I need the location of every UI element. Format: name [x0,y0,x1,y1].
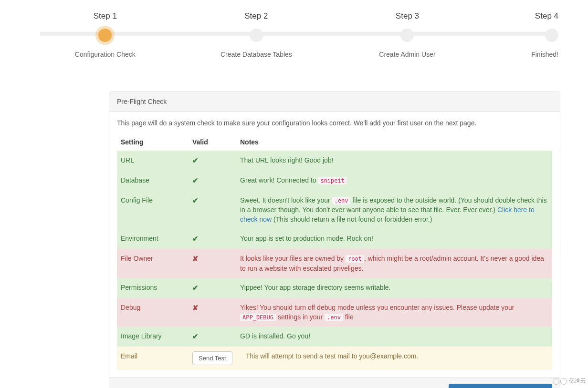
cell-valid: Send Test [189,347,236,370]
step-circle-icon [98,29,112,42]
preflight-table: Setting Valid Notes URL ✔ That URL looks… [117,133,552,370]
intro-text: This page will do a system check to make… [117,119,552,127]
check-icon: ✔ [192,332,199,340]
setup-stepper: Step 1 Configuration Check Step 2 Create… [0,0,588,72]
cell-notes: GD is installed. Go you! [236,327,552,347]
col-notes-header: Notes [236,133,552,151]
cross-icon: ✘ [192,255,199,263]
row-file-owner: File Owner ✘ It looks like your files ar… [117,249,552,278]
cell-valid: ✔ [189,229,236,249]
step-label-top: Step 4 [535,11,558,21]
cell-setting: Environment [117,229,189,249]
check-icon: ✔ [192,176,199,184]
step-2: Step 2 Create Database Tables [181,11,332,58]
row-permissions: Permissions ✔ Yippee! Your app storage d… [117,278,552,298]
row-config: Config File ✔ Sweet. It doesn't look lik… [117,191,552,229]
step-3: Step 3 Create Admin User [332,11,483,58]
row-url: URL ✔ That URL looks right! Good job! [117,151,552,171]
cell-setting: Permissions [117,278,189,298]
step-circle-icon [250,29,263,42]
step-circle-icon [400,29,414,42]
cell-setting: URL [117,151,189,171]
code-tag: APP_DEBUG [240,314,276,321]
check-icon: ✔ [192,284,199,292]
row-email: Email Send Test This will attempt to sen… [117,347,552,370]
cell-setting: Email [117,347,189,370]
cell-setting: Image Library [117,327,189,347]
cell-valid: ✔ [189,327,236,347]
cell-notes: This will attempt to send a test mail to… [236,347,552,370]
col-valid-header: Valid [189,133,236,151]
step-4: Step 4 Finished! [483,11,558,58]
cell-setting: Debug [117,298,189,327]
row-environment: Environment ✔ Your app is set to product… [117,229,552,249]
panel-body: This page will do a system check to make… [109,112,560,378]
row-debug: Debug ✘ Yikes! You should turn off debug… [117,298,552,327]
step-label-bottom: Configuration Check [75,51,136,58]
next-button[interactable]: Next: Create Database Tables [449,384,552,388]
cell-notes: Yikes! You should turn off debug mode un… [236,298,552,327]
code-tag: root [346,255,364,263]
step-label-bottom: Finished! [531,51,558,58]
step-label-top: Step 2 [244,11,268,21]
code-tag: snipeit [318,177,347,184]
panel-footer: Next: Create Database Tables [109,378,560,388]
cell-valid: ✘ [189,249,236,278]
watermark: 亿速云 [553,377,586,385]
code-tag: .env [325,314,343,321]
step-label-bottom: Create Database Tables [220,51,292,58]
send-test-button[interactable]: Send Test [192,351,232,365]
step-circle-icon [545,29,558,42]
cell-notes: Sweet. It doesn't look like your .env fi… [236,191,552,229]
check-icon: ✔ [192,156,199,164]
check-icon: ✔ [192,196,199,204]
cell-valid: ✔ [189,171,236,191]
watermark-icon [553,378,567,385]
check-icon: ✔ [192,235,199,243]
watermark-text: 亿速云 [569,377,586,385]
step-label-top: Step 1 [94,11,117,21]
row-image-library: Image Library ✔ GD is installed. Go you! [117,327,552,347]
cell-setting: Database [117,171,189,191]
cross-icon: ✘ [192,304,199,312]
preflight-panel: Pre-Flight Check This page will do a sys… [109,92,560,388]
row-database: Database ✔ Great work! Connected to snip… [117,171,552,191]
cell-valid: ✔ [189,151,236,171]
cell-notes: Great work! Connected to snipeit [236,171,552,191]
cell-notes: Yippee! Your app storage directory seems… [236,278,552,298]
step-label-top: Step 3 [396,11,419,21]
step-label-bottom: Create Admin User [379,51,435,58]
step-1: Step 1 Configuration Check [30,11,181,58]
cell-valid: ✔ [189,278,236,298]
code-tag: .env [332,197,351,204]
panel-heading: Pre-Flight Check [109,92,560,112]
cell-setting: Config File [117,191,189,229]
cell-setting: File Owner [117,249,189,278]
cell-notes: That URL looks right! Good job! [236,151,552,171]
cell-notes: It looks like your files are owned by ro… [236,249,552,278]
col-setting-header: Setting [117,133,189,151]
cell-valid: ✘ [189,298,236,327]
cell-notes: Your app is set to production mode. Rock… [236,229,552,249]
cell-valid: ✔ [189,191,236,229]
